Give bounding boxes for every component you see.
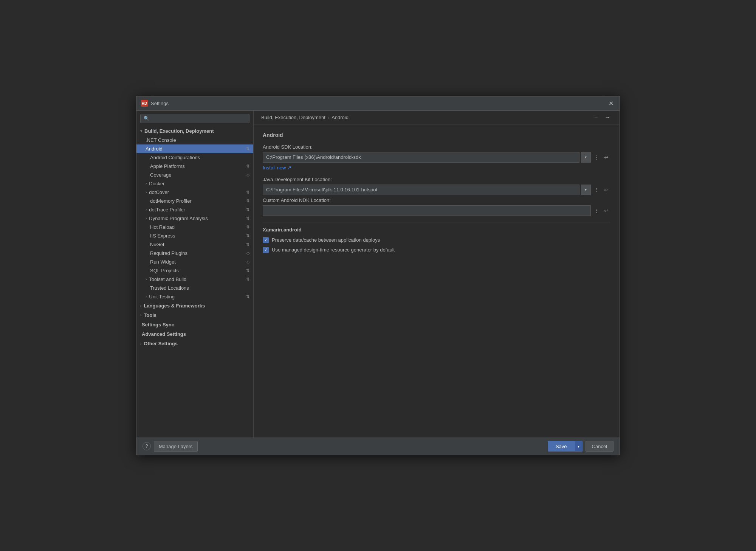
checkmark-icon: ✓ bbox=[264, 238, 268, 242]
android-sdk-row: ▾ ⋮ ↩ bbox=[263, 152, 610, 163]
chevron-right-icon: › bbox=[146, 190, 147, 194]
sidebar-item-run-widget[interactable]: Run Widget ◇ bbox=[136, 258, 253, 266]
chevron-down-icon: ▾ bbox=[140, 129, 142, 133]
jdk-row: ▾ ⋮ ↩ bbox=[263, 185, 610, 195]
jdk-reset-button[interactable]: ↩ bbox=[602, 185, 610, 195]
search-icon: 🔍 bbox=[144, 116, 149, 121]
diamond-icon: ◇ bbox=[246, 259, 249, 264]
checkbox-managed-design[interactable]: ✓ bbox=[263, 247, 269, 253]
install-new-link[interactable]: Install new ↗ bbox=[263, 165, 610, 171]
sidebar-item-dotnet-console[interactable]: .NET Console bbox=[136, 136, 253, 144]
manage-layers-button[interactable]: Manage Layers bbox=[154, 441, 198, 452]
save-dropdown-button[interactable]: ▾ bbox=[575, 441, 582, 452]
help-button[interactable]: ? bbox=[143, 442, 151, 450]
footer-right: Save ▾ Cancel bbox=[548, 441, 613, 452]
close-button[interactable]: ✕ bbox=[607, 99, 615, 107]
sync-icon: ⇅ bbox=[246, 225, 249, 230]
android-sdk-more-button[interactable]: ⋮ bbox=[592, 152, 601, 163]
sidebar-item-android-configurations[interactable]: Android Configurations bbox=[136, 153, 253, 162]
sidebar-item-dotmemory-profiler[interactable]: dotMemory Profiler ⇅ bbox=[136, 197, 253, 205]
sidebar-item-settings-sync[interactable]: Settings Sync bbox=[136, 320, 253, 329]
sidebar-item-trusted-locations[interactable]: Trusted Locations bbox=[136, 284, 253, 292]
nav-back-button[interactable]: ← bbox=[592, 113, 601, 122]
sidebar-group-tools[interactable]: › Tools bbox=[136, 310, 253, 320]
sync-icon: ⇅ bbox=[246, 233, 249, 238]
sidebar-item-required-plugins[interactable]: Required Plugins ◇ bbox=[136, 249, 253, 258]
chevron-right-icon: › bbox=[146, 182, 147, 186]
chevron-right-icon: › bbox=[146, 277, 147, 281]
sidebar-item-apple-platforms[interactable]: Apple Platforms ⇅ bbox=[136, 162, 253, 171]
jdk-more-button[interactable]: ⋮ bbox=[592, 185, 601, 195]
android-sdk-reset-button[interactable]: ↩ bbox=[602, 152, 610, 163]
sync-icon: ⇅ bbox=[246, 207, 249, 212]
sync-icon: ⇅ bbox=[246, 199, 249, 203]
sync-icon: ⇅ bbox=[246, 242, 249, 247]
breadcrumb-current: Android bbox=[332, 115, 349, 120]
breadcrumb: Build, Execution, Deployment › Android bbox=[261, 115, 349, 120]
main-content: Build, Execution, Deployment › Android ←… bbox=[254, 111, 620, 438]
sidebar-item-advanced-settings[interactable]: Advanced Settings bbox=[136, 329, 253, 339]
sync-icon: ⇅ bbox=[246, 268, 249, 273]
search-box: 🔍 bbox=[140, 114, 249, 123]
cancel-button[interactable]: Cancel bbox=[586, 441, 613, 452]
android-sdk-input[interactable] bbox=[263, 152, 579, 163]
diamond-icon: ◇ bbox=[246, 251, 249, 256]
sidebar-item-hot-reload[interactable]: Hot Reload ⇅ bbox=[136, 223, 253, 231]
footer-left: ? Manage Layers bbox=[143, 441, 198, 452]
ndk-more-button[interactable]: ⋮ bbox=[592, 205, 601, 216]
breadcrumb-bar: Build, Execution, Deployment › Android ←… bbox=[254, 111, 620, 124]
title-bar: RD Settings ✕ bbox=[136, 96, 620, 111]
checkbox-preserve-data-label: Preserve data/cache between application … bbox=[272, 237, 380, 243]
breadcrumb-nav: ← → bbox=[592, 113, 612, 122]
sidebar-item-unit-testing[interactable]: › Unit Testing ⇅ bbox=[136, 292, 253, 301]
sidebar-item-label: Dynamic Program Analysis bbox=[149, 216, 245, 221]
sidebar-item-label: Android bbox=[146, 146, 245, 152]
sidebar-item-docker[interactable]: › Docker bbox=[136, 179, 253, 188]
section-title: Android bbox=[263, 132, 610, 138]
jdk-input[interactable] bbox=[263, 185, 579, 195]
sidebar-group-build-execution[interactable]: ▾ Build, Execution, Deployment bbox=[136, 126, 253, 136]
save-button[interactable]: Save bbox=[548, 441, 575, 452]
sidebar-group-other-settings[interactable]: › Other Settings bbox=[136, 339, 253, 348]
sync-icon: ⇅ bbox=[246, 277, 249, 282]
sync-icon: ⇅ bbox=[246, 294, 249, 299]
app-icon: RD bbox=[141, 100, 148, 107]
nav-forward-button[interactable]: → bbox=[603, 113, 612, 122]
sidebar-item-sql-projects[interactable]: SQL Projects ⇅ bbox=[136, 266, 253, 275]
dialog-body: 🔍 ▾ Build, Execution, Deployment .NET Co… bbox=[136, 111, 620, 438]
sidebar-item-label: Run Widget bbox=[150, 259, 245, 265]
search-input[interactable] bbox=[152, 116, 246, 121]
sync-icon: ⇅ bbox=[246, 190, 249, 195]
sidebar-item-nuget[interactable]: NuGet ⇅ bbox=[136, 240, 253, 249]
checkbox-preserve-data[interactable]: ✓ bbox=[263, 237, 269, 243]
sync-icon: ⇅ bbox=[246, 146, 249, 151]
sidebar-item-label: Docker bbox=[149, 181, 249, 186]
sidebar-item-dottrace-profiler[interactable]: › dotTrace Profiler ⇅ bbox=[136, 205, 253, 214]
sidebar-item-label: SQL Projects bbox=[150, 268, 245, 273]
sidebar-item-label: Toolset and Build bbox=[149, 276, 245, 282]
chevron-right-icon: › bbox=[140, 313, 141, 317]
sidebar-item-label: Coverage bbox=[150, 172, 245, 178]
sidebar-item-toolset-and-build[interactable]: › Toolset and Build ⇅ bbox=[136, 275, 253, 284]
sidebar-item-iis-express[interactable]: IIS Express ⇅ bbox=[136, 231, 253, 240]
sidebar-item-dotcover[interactable]: › dotCover ⇅ bbox=[136, 188, 253, 197]
chevron-right-icon: › bbox=[146, 208, 147, 212]
sidebar-item-android[interactable]: Android ⇅ bbox=[136, 144, 253, 153]
jdk-dropdown-button[interactable]: ▾ bbox=[581, 185, 591, 195]
save-button-wrap: Save ▾ bbox=[548, 441, 582, 452]
sidebar-item-coverage[interactable]: Coverage ◇ bbox=[136, 171, 253, 179]
sidebar-item-label: dotCover bbox=[149, 189, 245, 195]
sidebar-group-languages[interactable]: › Languages & Frameworks bbox=[136, 301, 253, 310]
sidebar-group-label: Other Settings bbox=[144, 341, 178, 346]
ndk-input-wrap bbox=[263, 205, 591, 216]
android-sdk-dropdown-button[interactable]: ▾ bbox=[581, 152, 591, 163]
ndk-input[interactable] bbox=[263, 205, 591, 216]
chevron-right-icon: › bbox=[140, 341, 141, 346]
chevron-right-icon: › bbox=[140, 304, 141, 308]
sidebar-item-label: .NET Console bbox=[146, 137, 249, 143]
sidebar-item-dynamic-program-analysis[interactable]: › Dynamic Program Analysis ⇅ bbox=[136, 214, 253, 223]
sidebar-group-label: Tools bbox=[144, 312, 156, 318]
sync-icon: ⇅ bbox=[246, 164, 249, 169]
ndk-row: ⋮ ↩ bbox=[263, 205, 610, 216]
ndk-reset-button[interactable]: ↩ bbox=[602, 205, 610, 216]
